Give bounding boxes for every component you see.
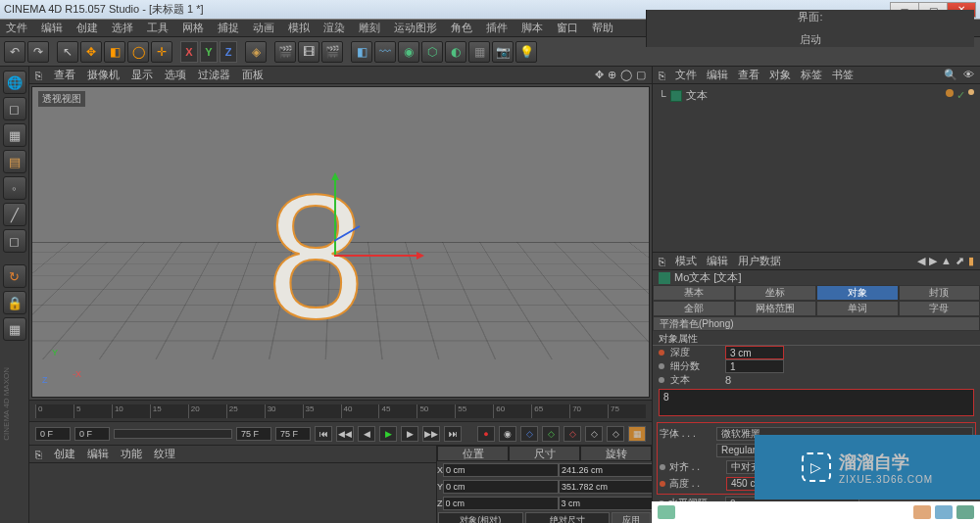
rotate-tool[interactable]: ◯ (127, 41, 149, 63)
anim-dot-height[interactable] (660, 481, 665, 487)
current-frame[interactable]: 0 F (74, 427, 110, 441)
undo-button[interactable]: ↶ (4, 41, 25, 63)
point-mode[interactable]: ◦ (3, 176, 26, 200)
mat-tab-edit[interactable]: 编辑 (87, 447, 109, 461)
render-region[interactable]: 🎞 (298, 41, 319, 63)
light-tool[interactable]: 💡 (515, 41, 537, 63)
view-menu-filter[interactable]: 过滤器 (198, 68, 230, 82)
eye-icon[interactable]: 👁 (963, 69, 974, 81)
phong-tag-icon[interactable] (968, 89, 974, 95)
render-view[interactable]: 🎬 (274, 41, 296, 63)
make-editable[interactable]: 🌐 (3, 71, 26, 94)
go-start[interactable]: ⏮ (315, 426, 332, 442)
tab-all[interactable]: 全部 (653, 301, 735, 316)
pos-z[interactable] (443, 497, 559, 510)
menu-animate[interactable]: 动画 (253, 21, 274, 35)
spline-tool[interactable]: 〰 (374, 41, 396, 63)
undock-icon[interactable]: ⎘ (659, 70, 665, 81)
tree-expand-icon[interactable]: └ (659, 90, 666, 102)
phong-row[interactable]: 平滑着色(Phong) (653, 316, 980, 331)
deformer-tool[interactable]: ◐ (445, 41, 466, 63)
menu-plugins[interactable]: 插件 (486, 21, 508, 35)
om-tags[interactable]: 标签 (801, 68, 822, 82)
go-end[interactable]: ⏭ (444, 426, 462, 442)
scale-tool[interactable]: ◧ (104, 41, 125, 63)
tab-basic[interactable]: 基本 (653, 285, 735, 301)
anim-dot-align[interactable] (660, 464, 665, 470)
maximize-view-icon[interactable]: ▢ (636, 69, 646, 81)
tab-meshrange[interactable]: 网格范围 (735, 301, 817, 316)
text-content-input[interactable]: 8 (659, 389, 974, 416)
start-frame[interactable]: 0 F (35, 427, 71, 441)
move-tool[interactable]: ✥ (80, 41, 102, 63)
view-menu-panel[interactable]: 面板 (242, 68, 264, 82)
menu-sculpt[interactable]: 雕刻 (359, 21, 380, 35)
autokey-button[interactable]: ◉ (499, 426, 516, 442)
menu-create[interactable]: 创建 (76, 21, 98, 35)
array-tool[interactable]: ⬡ (421, 41, 443, 63)
menu-script[interactable]: 脚本 (521, 21, 543, 35)
menu-window[interactable]: 窗口 (557, 21, 578, 35)
coord-system[interactable]: ◈ (245, 41, 267, 63)
tab-object[interactable]: 对象 (816, 285, 899, 301)
visibility-render[interactable]: ✓ (956, 89, 965, 102)
zoom-icon[interactable]: ⊕ (608, 69, 616, 81)
mat-tab-texture[interactable]: 纹理 (154, 447, 175, 461)
menu-select[interactable]: 选择 (112, 21, 133, 35)
text-object-8[interactable]: 8 (267, 186, 365, 327)
attr-userdata[interactable]: 用户数据 (738, 254, 781, 268)
tree-item-text[interactable]: └ 文本 ✓ (659, 88, 974, 103)
om-edit[interactable]: 编辑 (707, 68, 728, 82)
next-frame[interactable]: ▶ (401, 426, 418, 442)
pan-icon[interactable]: ✥ (595, 69, 604, 81)
workplane-mode[interactable]: ▤ (3, 150, 26, 173)
lock-z[interactable]: Z (220, 41, 237, 63)
next-key[interactable]: ▶▶ (422, 426, 440, 442)
lock-x[interactable]: X (180, 41, 198, 63)
axis-x[interactable] (334, 255, 422, 257)
visibility-editor[interactable] (946, 89, 954, 97)
menu-simulate[interactable]: 模拟 (288, 21, 310, 35)
model-mode[interactable]: ◻ (3, 97, 26, 120)
play-button[interactable]: ▶ (379, 426, 397, 442)
view-menu-camera[interactable]: 摄像机 (87, 68, 120, 82)
object-tree[interactable]: └ 文本 ✓ (653, 84, 980, 253)
nav-back-icon[interactable]: ◀ (917, 255, 925, 267)
undock-icon[interactable]: ⎘ (35, 70, 42, 81)
orbit-icon[interactable]: ◯ (620, 69, 632, 81)
tab-caps[interactable]: 封顶 (899, 285, 981, 301)
environment-tool[interactable]: ▦ (468, 41, 490, 63)
menu-tools[interactable]: 工具 (147, 21, 169, 35)
subd-input[interactable] (725, 359, 784, 373)
size-mode-select[interactable]: 绝对尺寸 (525, 512, 611, 523)
polygon-mode[interactable]: ◻ (3, 229, 26, 253)
record-button[interactable]: ● (477, 426, 495, 442)
texture-mode[interactable]: ▦ (3, 123, 26, 147)
menu-mesh[interactable]: 网格 (182, 21, 204, 35)
mat-tab-create[interactable]: 创建 (54, 447, 75, 461)
coord-mode-select[interactable]: 对象(相对) (438, 512, 523, 523)
menu-help[interactable]: 帮助 (592, 21, 613, 35)
axis-mode[interactable]: ↻ (3, 264, 26, 288)
prev-key[interactable]: ◀◀ (336, 426, 354, 442)
prev-frame[interactable]: ◀ (358, 426, 375, 442)
swatch-1[interactable] (658, 505, 675, 519)
menu-character[interactable]: 角色 (451, 21, 472, 35)
apply-button[interactable]: 应用 (612, 512, 651, 523)
nurbs-tool[interactable]: ◉ (398, 41, 419, 63)
edge-mode[interactable]: ╱ (3, 203, 26, 226)
select-tool[interactable]: ↖ (57, 41, 78, 63)
swatch-3[interactable] (935, 505, 953, 519)
camera-tool[interactable]: 📷 (492, 41, 514, 63)
view-menu-options[interactable]: 选项 (165, 68, 186, 82)
om-object[interactable]: 对象 (769, 68, 791, 82)
om-bookmarks[interactable]: 书签 (832, 68, 854, 82)
preview-end[interactable]: 75 F (275, 427, 311, 441)
layout-value[interactable]: 启动 (800, 32, 821, 47)
attr-mode[interactable]: 模式 (675, 254, 697, 268)
attr-edit[interactable]: 编辑 (707, 254, 728, 268)
swatch-4[interactable] (956, 505, 974, 519)
om-view[interactable]: 查看 (738, 68, 760, 82)
nav-fwd-icon[interactable]: ▶ (929, 255, 937, 267)
pos-y[interactable] (443, 480, 559, 494)
